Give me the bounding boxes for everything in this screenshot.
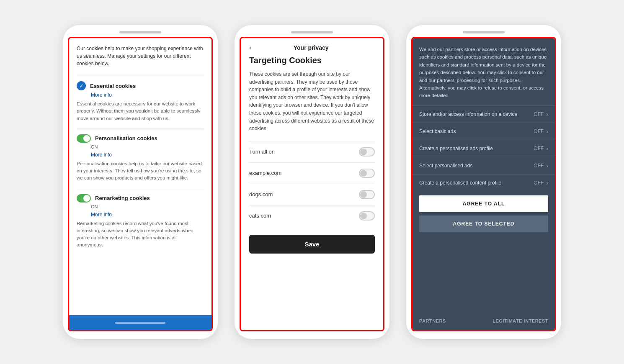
example-label: example.com <box>249 170 281 176</box>
personalisation-title: Personalisation cookies <box>95 135 157 141</box>
basic-ads-value: OFF <box>534 128 544 134</box>
p3-row-select-personalised: Select personalised ads OFF › <box>413 157 555 174</box>
personalisation-section: Personalisation cookies ON More info Per… <box>77 128 204 182</box>
essential-header: Essential cookies <box>77 81 204 90</box>
remarketing-header: Remarketing cookies <box>77 194 204 203</box>
personalised-profile-right: OFF › <box>534 145 548 152</box>
personalisation-desc: Personalisation cookies help us to tailo… <box>77 160 204 182</box>
select-personalised-value: OFF <box>534 163 544 169</box>
content-profile-right: OFF › <box>534 179 548 186</box>
phone2-description: These cookies are set through our site b… <box>249 70 375 133</box>
example-toggle[interactable] <box>359 169 375 178</box>
phone-2: ‹ Your privacy Targeting Cookies These c… <box>235 25 389 339</box>
phone1-bottom-indicator <box>115 322 165 324</box>
phone2-content: ‹ Your privacy Targeting Cookies These c… <box>240 37 384 331</box>
phone3-bottom-links: PARTNERS LEGITIMATE INTEREST <box>413 313 555 330</box>
phone-3: We and our partners store or access info… <box>406 25 561 339</box>
remarketing-section: Remarketing cookies ON More info Remarke… <box>77 188 204 249</box>
partners-link[interactable]: PARTNERS <box>419 318 446 323</box>
personalised-profile-label: Create a personalised ads profile <box>419 146 534 151</box>
dogs-toggle[interactable] <box>359 190 375 199</box>
p3-row-store: Store and/or access information on a dev… <box>413 105 555 123</box>
essential-desc: Essential cookies are necessary for our … <box>77 100 204 122</box>
phone3-scroll: We and our partners store or access info… <box>413 38 555 330</box>
personalisation-header: Personalisation cookies <box>77 134 204 143</box>
toggle-row-turnallon: Turn all on <box>249 141 375 162</box>
essential-section: Essential cookies More info Essential co… <box>77 75 204 122</box>
phone2-section-title: Targeting Cookies <box>249 56 375 65</box>
basic-ads-chevron-icon[interactable]: › <box>546 128 548 135</box>
cats-label: cats.com <box>249 213 271 219</box>
save-button[interactable]: Save <box>249 235 375 254</box>
personalised-profile-chevron-icon[interactable]: › <box>546 145 548 152</box>
select-personalised-label: Select personalised ads <box>419 163 534 169</box>
store-label: Store and/or access information on a dev… <box>419 111 534 117</box>
select-personalised-chevron-icon[interactable]: › <box>546 162 548 169</box>
p3-row-content-profile: Create a personalised content profile OF… <box>413 174 555 191</box>
remarketing-more-info[interactable]: More info <box>91 212 204 218</box>
phone1-bottom-bar <box>69 315 211 330</box>
toggle-row-example: example.com <box>249 162 375 184</box>
essential-title: Essential cookies <box>90 83 136 89</box>
toggle-row-cats: cats.com <box>249 205 375 226</box>
remarketing-desc: Remarketing cookies record what you've f… <box>77 220 204 249</box>
personalised-profile-value: OFF <box>534 146 544 151</box>
phone2-back-row: ‹ Your privacy <box>249 44 375 51</box>
remarketing-title: Remarketing cookies <box>95 195 150 201</box>
agree-all-button[interactable]: AGREE TO ALL <box>419 195 548 212</box>
phone-notch-1 <box>119 31 161 33</box>
phone-notch-2 <box>291 31 333 33</box>
turnallon-label: Turn all on <box>249 149 275 155</box>
phone-notch-3 <box>463 31 505 33</box>
store-chevron-icon[interactable]: › <box>546 111 548 118</box>
select-personalised-right: OFF › <box>534 162 548 169</box>
phone1-content: Our cookies help to make your shopping e… <box>68 37 213 331</box>
p3-row-personalised-profile: Create a personalised ads profile OFF › <box>413 140 555 157</box>
cats-toggle[interactable] <box>359 211 375 220</box>
content-profile-value: OFF <box>534 180 544 186</box>
back-arrow-icon[interactable]: ‹ <box>249 44 251 51</box>
turnallon-toggle[interactable] <box>359 147 375 156</box>
store-value: OFF <box>534 111 544 117</box>
personalisation-on-label: ON <box>91 144 204 149</box>
basic-ads-label: Select basic ads <box>419 128 534 134</box>
content-profile-chevron-icon[interactable]: › <box>546 179 548 186</box>
remarketing-on-label: ON <box>91 204 204 209</box>
phone3-description: We and our partners store or access info… <box>413 38 555 105</box>
phone1-scroll: Our cookies help to make your shopping e… <box>69 38 211 315</box>
phone2-scroll: ‹ Your privacy Targeting Cookies These c… <box>241 38 383 330</box>
p3-row-basic-ads: Select basic ads OFF › <box>413 123 555 140</box>
essential-toggle[interactable] <box>77 81 86 90</box>
personalisation-more-info[interactable]: More info <box>91 152 204 158</box>
dogs-label: dogs.com <box>249 191 273 197</box>
essential-more-info[interactable]: More info <box>91 92 204 98</box>
store-right: OFF › <box>534 111 548 118</box>
basic-ads-right: OFF › <box>534 128 548 135</box>
legitimate-interest-link[interactable]: LEGITIMATE INTEREST <box>492 318 548 323</box>
agree-selected-button[interactable]: AGREE TO SELECTED <box>419 215 548 232</box>
phone3-content: We and our partners store or access info… <box>411 37 556 331</box>
remarketing-toggle[interactable] <box>77 194 91 203</box>
phone1-intro: Our cookies help to make your shopping e… <box>77 45 204 67</box>
content-profile-label: Create a personalised content profile <box>419 180 534 186</box>
phone2-title: Your privacy <box>254 44 368 51</box>
personalisation-toggle[interactable] <box>77 134 91 143</box>
phone-1: Our cookies help to make your shopping e… <box>63 25 218 339</box>
toggle-row-dogs: dogs.com <box>249 184 375 205</box>
